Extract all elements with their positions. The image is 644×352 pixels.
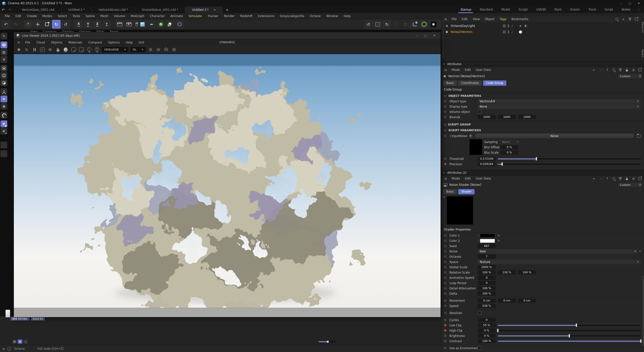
param-slider[interactable] [498, 162, 641, 166]
om-menu-view[interactable]: View [470, 17, 482, 21]
layer-toggle-icon[interactable] [503, 30, 506, 33]
doc-tab-untitled-3[interactable]: Untitled 3 *✕ [185, 7, 223, 13]
bake-icon[interactable] [392, 20, 401, 29]
param-value-field[interactable]: 100 % [478, 270, 496, 275]
param-diamond-icon[interactable] [444, 277, 447, 279]
live-selection-icon[interactable] [24, 20, 33, 29]
doc-tab-helios44grass-c4d[interactable]: Helios44Grass.c4d * [92, 7, 135, 13]
pin-icon[interactable]: ◎ [632, 177, 635, 180]
panel-close-icon[interactable]: ✕ [443, 171, 445, 174]
noise-thumbnail[interactable] [470, 139, 482, 155]
z-axis-icon[interactable]: Z [93, 20, 102, 29]
maximize-button[interactable]: ▢ [628, 2, 631, 5]
param-value-field[interactable]: 100 % [478, 286, 496, 290]
param-value-field[interactable]: 0.272109 [478, 157, 496, 161]
param-diamond-icon[interactable] [444, 105, 447, 108]
om-menu-edit[interactable]: Edit [459, 17, 470, 21]
generator-icon[interactable] [157, 20, 165, 29]
back-icon[interactable]: ← [592, 177, 596, 180]
menu-greyscalegorilla[interactable]: Greyscalegorilla [277, 14, 307, 18]
attr1-menu-mode[interactable]: Mode [449, 68, 462, 72]
spline-pen-icon[interactable]: ✒ [147, 20, 156, 29]
lv-menu-file[interactable]: File [22, 41, 33, 44]
param-checkbox[interactable] [478, 110, 481, 114]
param-diamond-icon[interactable] [444, 347, 447, 349]
coordinate-system-icon[interactable]: ↥ [102, 20, 111, 29]
doc-tab-veniceglass-v001-c4d[interactable]: VeniceGlass_V001.c4d [15, 7, 61, 13]
visibility-dots-icon[interactable] [508, 24, 509, 27]
param-diamond-icon[interactable] [444, 234, 447, 237]
script-group-section[interactable]: SCRIPT GROUP [441, 121, 644, 127]
scrollbar[interactable] [643, 276, 643, 346]
preset-dropdown[interactable]: Custom▼ [618, 182, 642, 187]
menu-edit[interactable]: Edit [13, 14, 24, 18]
shader-menu-button[interactable]: ▼ [469, 134, 473, 138]
attr2-tab-shader[interactable]: Shader [458, 189, 475, 194]
reset-render-icon[interactable] [40, 47, 45, 53]
greyscalegorilla-icon[interactable] [420, 20, 428, 29]
snap-icon[interactable] [1, 112, 7, 118]
param-diamond-icon[interactable] [444, 319, 447, 321]
param-checkbox[interactable] [478, 346, 481, 350]
menu-tools[interactable]: Tools [70, 14, 83, 18]
param-value-field[interactable]: 0 cm [498, 298, 516, 303]
attr1-tab-coordinates[interactable]: Coordinates [458, 80, 482, 86]
param-diamond-icon[interactable] [444, 335, 447, 337]
expand-arrow-icon[interactable]: › [478, 234, 479, 237]
param-value-field[interactable]: 7 [478, 254, 496, 259]
param-value-field[interactable]: 100 % [478, 291, 496, 296]
region-render-icon[interactable] [63, 47, 68, 53]
autokey-icon[interactable] [410, 20, 419, 29]
param-value-field[interactable]: 538 % [478, 304, 496, 308]
lv-menu-options[interactable]: Options [105, 41, 123, 44]
rotate-icon[interactable]: ↻ [52, 20, 61, 29]
om-menu-object[interactable]: Object [482, 17, 497, 21]
slider-handle[interactable] [569, 334, 570, 337]
redo-icon[interactable]: ↷ [11, 20, 20, 29]
param-value-field[interactable]: 55 % [478, 323, 496, 327]
om-menu-icon[interactable]: ≡ [442, 17, 449, 21]
menu-simulate[interactable]: Simulate [186, 14, 205, 18]
param-diamond-icon[interactable] [444, 271, 447, 274]
param-diamond-icon[interactable] [444, 329, 447, 332]
menu-mesh[interactable]: Mesh [98, 14, 111, 18]
param-dropdown[interactable]: Texture▼ [478, 260, 641, 264]
param-diamond-icon[interactable] [444, 261, 447, 263]
attr1-tab-code-group[interactable]: Code Group [483, 80, 506, 86]
popout-icon[interactable] [638, 68, 642, 72]
layout-tab-paint[interactable]: Paint [550, 7, 566, 13]
param-value-field[interactable]: 1000 [478, 115, 496, 119]
eyedropper-icon[interactable]: ✎ [497, 239, 500, 243]
param-diamond-icon[interactable] [444, 282, 447, 284]
pin-icon[interactable]: ◎ [632, 68, 635, 72]
param-diamond-icon[interactable] [444, 245, 447, 247]
attr1-menu-icon[interactable]: ≡ [442, 68, 449, 72]
points-mode-icon[interactable] [1, 65, 7, 72]
octane-logo-icon[interactable]: ✽ [16, 47, 22, 53]
search-icon[interactable] [612, 68, 616, 72]
search-icon[interactable] [612, 177, 616, 180]
reset-view-icon[interactable]: ↺ [364, 20, 373, 29]
param-diamond-icon[interactable] [444, 116, 447, 118]
expand-arrow-icon[interactable]: › [478, 239, 479, 242]
om-menu-bookmarks[interactable]: Bookmarks [509, 17, 531, 21]
up-icon[interactable]: ↑ [605, 177, 609, 180]
lv-menu-gui[interactable]: GUI [136, 41, 147, 44]
menu-tracker[interactable]: Tracker [205, 14, 221, 18]
blur-scale-field[interactable]: 0 % [500, 150, 518, 155]
param-dropdown[interactable]: None▼ [478, 104, 641, 109]
param-slider[interactable] [498, 324, 641, 327]
attr2-menu-edit[interactable]: Edit [462, 177, 473, 180]
mesh-export-icon[interactable] [148, 47, 153, 53]
param-value-field[interactable]: 0 [478, 318, 496, 322]
param-diamond-icon[interactable] [444, 299, 447, 302]
menu-create[interactable]: Create [24, 14, 40, 18]
param-diamond-icon[interactable] [444, 255, 447, 258]
menu-file[interactable]: File [2, 14, 13, 18]
param-value-field[interactable]: 0.028184 [478, 162, 496, 166]
slider-handle[interactable] [497, 329, 498, 332]
param-slider[interactable] [498, 157, 641, 160]
minimize-button[interactable]: – [621, 2, 622, 5]
enabled-check-icon[interactable]: ✓ [511, 24, 514, 28]
new-tab-button[interactable]: + [223, 7, 232, 13]
